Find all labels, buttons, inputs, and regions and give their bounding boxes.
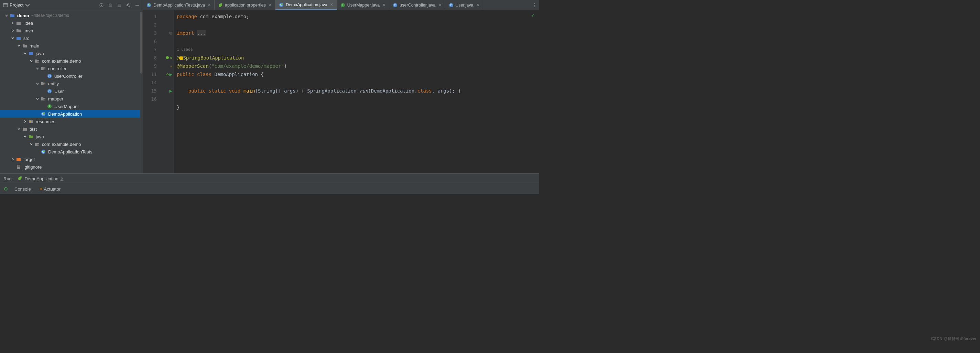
tab-DemoApplication-java[interactable]: CDemoApplication.java✕	[275, 0, 337, 10]
tree-item--idea[interactable]: .idea	[0, 19, 143, 27]
close-icon[interactable]: ✕	[208, 3, 211, 7]
tree-item-DemoApplication[interactable]: CDemoApplication	[0, 110, 143, 118]
tree-arrow-icon[interactable]	[10, 36, 15, 41]
line-number: 3	[143, 29, 157, 37]
tab-application-properties[interactable]: application.properties✕	[215, 0, 275, 10]
inspection-ok-icon[interactable]: ✔	[531, 13, 535, 18]
collapse-icon[interactable]	[116, 2, 122, 8]
tree-item-java[interactable]: java	[0, 133, 143, 141]
tree-arrow-icon[interactable]	[16, 43, 21, 48]
editor-body[interactable]: 123678911141516 ⊞ ⬣♻ ☕ ♻▶ ▶	[143, 10, 539, 173]
tab-console[interactable]: Console	[11, 185, 34, 193]
tree-item-com-example-demo[interactable]: com.example.demo	[0, 141, 143, 148]
tree-arrow-icon[interactable]	[35, 81, 40, 86]
tree-item-demo[interactable]: demo~/IdeaProjects/demo	[0, 12, 143, 19]
tab-DemoApplicationTests-java[interactable]: CDemoApplicationTests.java✕	[143, 0, 215, 10]
tree-item-label: main	[30, 43, 39, 48]
run-gutter-icon[interactable]: ▶	[170, 70, 172, 78]
tree-item-test[interactable]: test	[0, 125, 143, 133]
tree-item-target[interactable]: target	[0, 155, 143, 163]
folder-dark-icon	[16, 28, 21, 34]
code-content[interactable]: package com.example.demo; import ... 1 u…	[174, 10, 539, 173]
tab-label: DemoApplication.java	[286, 2, 327, 7]
folder-dark-icon	[16, 20, 21, 26]
tree-arrow-icon[interactable]	[41, 73, 46, 78]
folded-imports[interactable]: ...	[197, 30, 206, 36]
run-gutter-icon[interactable]: ▶	[170, 87, 172, 95]
project-sidebar: Project demo~/IdeaProjects/demo.idea.mvn…	[0, 0, 143, 173]
target-icon[interactable]	[99, 2, 104, 8]
tree-item-label: test	[30, 126, 37, 132]
tree-item--mvn[interactable]: .mvn	[0, 27, 143, 34]
tree-item-com-example-demo[interactable]: com.example.demo	[0, 57, 143, 65]
expand-icon[interactable]	[108, 2, 113, 8]
tree-item-DemoApplicationTests[interactable]: CDemoApplicationTests	[0, 148, 143, 155]
close-icon[interactable]: ✕	[382, 3, 385, 7]
tab-userController-java[interactable]: CuserController.java✕	[389, 0, 445, 10]
project-tree[interactable]: demo~/IdeaProjects/demo.idea.mvnsrcmainj…	[0, 10, 143, 173]
args: (DemoApplication.	[368, 88, 417, 94]
tree-item--gitignore[interactable]: .gitignore	[0, 163, 143, 171]
tree-arrow-icon[interactable]	[35, 96, 40, 101]
args: , args);	[432, 88, 458, 94]
tree-arrow-icon[interactable]	[16, 126, 21, 131]
tree-arrow-icon[interactable]	[41, 89, 46, 94]
tree-item-entity[interactable]: entity	[0, 80, 143, 87]
line-number: 15	[143, 87, 157, 95]
tree-item-src[interactable]: src	[0, 34, 143, 42]
annotation: SpringBootApplication	[183, 55, 244, 61]
keyword: package	[177, 14, 200, 19]
project-selector[interactable]: Project	[3, 2, 97, 8]
tree-arrow-icon[interactable]	[35, 66, 40, 71]
hide-icon[interactable]	[134, 2, 140, 8]
implements-icon[interactable]: ⬣	[166, 54, 169, 62]
tree-arrow-icon[interactable]	[35, 149, 40, 154]
tab-actuator[interactable]: ✳ Actuator	[36, 185, 64, 193]
svg-point-13	[44, 99, 45, 101]
tree-arrow-icon[interactable]	[10, 28, 15, 33]
tree-item-controller[interactable]: controller	[0, 65, 143, 72]
tree-arrow-icon[interactable]	[4, 13, 9, 18]
run-config[interactable]: DemoApplication ✕	[18, 176, 63, 182]
tree-item-mapper[interactable]: mapper	[0, 95, 143, 102]
tree-item-java[interactable]: java	[0, 50, 143, 57]
annotation: @MapperScan	[177, 63, 209, 69]
keyword: static	[209, 88, 229, 94]
tree-arrow-icon[interactable]	[10, 21, 15, 26]
tree-arrow-icon[interactable]	[10, 157, 15, 162]
class-spring-icon: C	[41, 111, 46, 117]
rerun-icon[interactable]	[2, 187, 10, 191]
close-icon[interactable]: ✕	[330, 2, 333, 7]
fold-icon[interactable]: ⊞	[170, 29, 172, 37]
method-call: run	[360, 88, 368, 94]
tree-arrow-icon[interactable]	[23, 119, 27, 124]
project-icon	[3, 2, 8, 8]
tree-item-main[interactable]: main	[0, 42, 143, 50]
tab-UserMapper-java[interactable]: IUserMapper.java✕	[337, 0, 390, 10]
tree-arrow-icon[interactable]	[10, 165, 15, 169]
close-icon[interactable]: ✕	[438, 3, 442, 7]
tab-actuator-label: Actuator	[44, 187, 60, 192]
class-blue-icon: C	[393, 3, 398, 8]
scrollbar-thumb[interactable]	[140, 12, 142, 73]
tree-item-User[interactable]: CUser	[0, 87, 143, 95]
tree-arrow-icon[interactable]	[35, 112, 40, 116]
tree-item-UserMapper[interactable]: IUserMapper	[0, 102, 143, 110]
tree-item-resources[interactable]: resources	[0, 118, 143, 125]
close-icon[interactable]: ✕	[269, 3, 272, 7]
bean-icon[interactable]: ☕	[170, 62, 172, 70]
tabs-overflow-icon[interactable]: ⋮	[530, 0, 539, 10]
close-icon[interactable]: ✕	[60, 177, 64, 181]
gitignore-icon	[16, 164, 21, 169]
tree-arrow-icon[interactable]	[29, 142, 34, 147]
tree-arrow-icon[interactable]	[23, 134, 27, 139]
close-icon[interactable]: ✕	[476, 3, 479, 7]
tree-arrow-icon[interactable]	[41, 104, 46, 109]
tree-item-userController[interactable]: CuserController	[0, 72, 143, 80]
usage-hint[interactable]: 1 usage	[177, 45, 539, 54]
tree-arrow-icon[interactable]	[23, 51, 27, 56]
run-config-name: DemoApplication	[24, 176, 58, 181]
tree-arrow-icon[interactable]	[29, 59, 34, 63]
tab-User-java[interactable]: CUser.java✕	[445, 0, 483, 10]
gear-icon[interactable]	[126, 2, 131, 8]
